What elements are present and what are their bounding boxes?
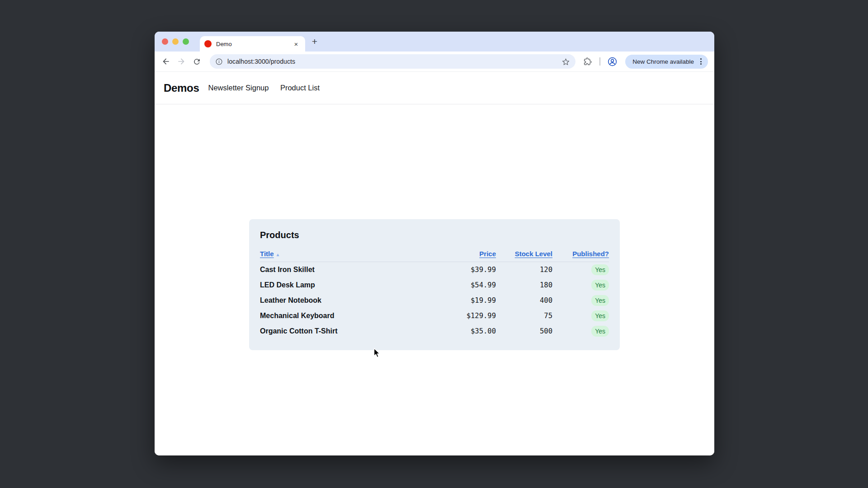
product-published: Yes (552, 308, 609, 324)
product-published: Yes (552, 324, 609, 339)
sort-published-link[interactable]: Published? (572, 250, 609, 258)
browser-window: Demo × + localhost:3000/pro (155, 32, 714, 455)
product-stock: 500 (496, 324, 552, 339)
product-row: Cast Iron Skillet $39.99 120 Yes (260, 262, 609, 277)
nav-link[interactable]: Newsletter Signup (208, 84, 269, 92)
product-published: Yes (552, 293, 609, 308)
reload-button[interactable] (189, 54, 204, 69)
tab-close-icon[interactable]: × (292, 39, 301, 48)
published-badge: Yes (591, 326, 609, 337)
table-header-row: Title▲ Price Stock Level Published? (260, 250, 609, 262)
profile-icon (607, 56, 618, 67)
toolbar-divider (599, 57, 600, 66)
reload-icon (193, 57, 201, 66)
product-price: $54.99 (442, 277, 496, 293)
published-badge: Yes (591, 310, 609, 321)
products-card: Products Title▲ Price Stock Level (249, 219, 620, 350)
product-price: $19.99 (442, 293, 496, 308)
sort-asc-icon: ▲ (276, 252, 280, 257)
url-text: localhost:3000/products (227, 58, 561, 65)
product-row: Mechanical Keyboard $129.99 75 Yes (260, 308, 609, 324)
published-badge: Yes (591, 264, 609, 275)
product-published: Yes (552, 262, 609, 277)
sort-title-link[interactable]: Title (260, 250, 274, 258)
nav-link[interactable]: Product List (280, 84, 320, 92)
site-info-icon[interactable] (215, 58, 223, 66)
window-controls (162, 38, 189, 45)
web-page: Demos Newsletter Signup Product List Pro… (155, 72, 714, 455)
products-title: Products (260, 229, 609, 241)
product-title: Cast Iron Skillet (260, 262, 442, 277)
products-table-body: Cast Iron Skillet $39.99 120 Yes LED Des… (260, 262, 609, 339)
browser-toolbar: localhost:3000/products New Chrom (155, 52, 714, 72)
product-price: $39.99 (442, 262, 496, 277)
product-title: Mechanical Keyboard (260, 308, 442, 324)
minimize-window-button[interactable] (172, 38, 179, 45)
tab-title: Demo (216, 41, 292, 47)
column-header-published[interactable]: Published? (552, 250, 609, 262)
product-price: $35.00 (442, 324, 496, 339)
product-price: $129.99 (442, 308, 496, 324)
products-table: Title▲ Price Stock Level Published? (260, 250, 609, 339)
bookmark-star-icon[interactable] (561, 57, 570, 66)
product-published: Yes (552, 277, 609, 293)
product-title: Organic Cotton T-Shirt (260, 324, 442, 339)
column-header-title[interactable]: Title▲ (260, 250, 442, 262)
forward-icon (177, 57, 186, 66)
extensions-button[interactable] (580, 54, 595, 69)
tab-favicon-icon (204, 40, 212, 47)
chrome-update-button[interactable]: New Chrome available (625, 55, 708, 69)
kebab-menu-icon[interactable] (698, 58, 703, 65)
back-button[interactable] (158, 54, 174, 69)
product-stock: 120 (496, 262, 552, 277)
sort-price-link[interactable]: Price (479, 250, 496, 258)
forward-button[interactable] (174, 54, 189, 69)
site-nav: Demos Newsletter Signup Product List (155, 72, 714, 104)
tab-strip: Demo × + (155, 32, 714, 52)
browser-tab[interactable]: Demo × (200, 36, 305, 52)
mouse-cursor (373, 348, 381, 358)
zoom-window-button[interactable] (183, 38, 189, 45)
column-header-price[interactable]: Price (442, 250, 496, 262)
product-stock: 75 (496, 308, 552, 324)
back-icon (161, 57, 170, 66)
product-row: Leather Notebook $19.99 400 Yes (260, 293, 609, 308)
site-nav-links: Newsletter Signup Product List (208, 84, 329, 92)
product-stock: 400 (496, 293, 552, 308)
column-header-stock[interactable]: Stock Level (496, 250, 552, 262)
product-row: LED Desk Lamp $54.99 180 Yes (260, 277, 609, 293)
site-brand[interactable]: Demos (164, 82, 199, 94)
new-tab-button[interactable]: + (308, 35, 321, 48)
product-title: Leather Notebook (260, 293, 442, 308)
chrome-update-label: New Chrome available (632, 58, 694, 65)
sort-stock-link[interactable]: Stock Level (515, 250, 552, 258)
published-badge: Yes (591, 295, 609, 306)
profile-button[interactable] (604, 54, 620, 69)
address-bar[interactable]: localhost:3000/products (210, 54, 576, 69)
close-window-button[interactable] (162, 38, 168, 45)
extensions-puzzle-icon (584, 57, 592, 66)
product-title: LED Desk Lamp (260, 277, 442, 293)
product-stock: 180 (496, 277, 552, 293)
product-row: Organic Cotton T-Shirt $35.00 500 Yes (260, 324, 609, 339)
published-badge: Yes (591, 280, 609, 291)
